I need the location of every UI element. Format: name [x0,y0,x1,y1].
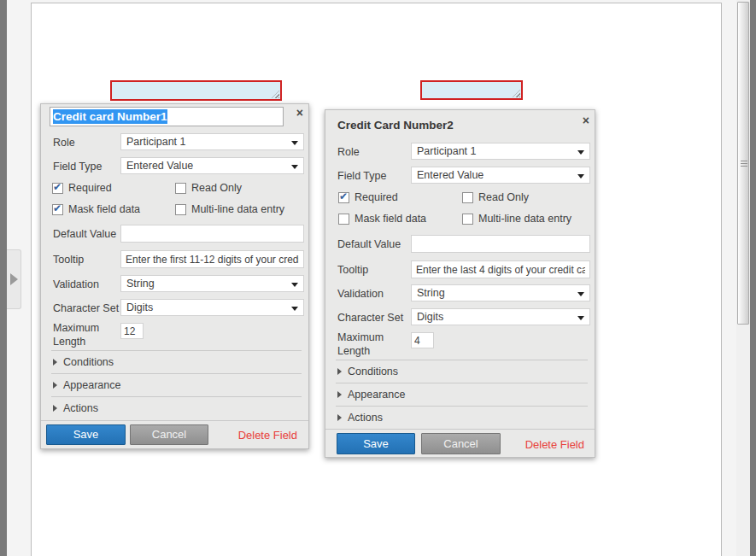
appearance-section-header[interactable]: Appearance [336,383,588,406]
role-dropdown[interactable]: Participant 1 [120,133,304,150]
character-set-value: Digits [417,311,443,323]
expand-arrow-icon [337,368,342,375]
credit-card-number2-field[interactable] [420,80,523,100]
actions-section-header[interactable]: Actions [51,396,302,419]
role-value: Participant 1 [126,136,185,148]
maximum-length-label: Maximum Length [337,331,404,358]
conditions-section-header[interactable]: Conditions [336,360,588,383]
mask-field-data-checkbox-row[interactable]: Mask field data [338,213,426,225]
dialog-footer: Save Cancel Delete Field [325,429,595,459]
character-set-label: Character Set [53,302,119,314]
resize-handle-icon[interactable] [272,91,279,98]
role-label: Role [337,146,360,158]
field-name-title: Credit Card Number2 [337,119,454,132]
default-value-input[interactable] [120,225,304,243]
scrollbar-thumb[interactable] [737,2,749,325]
panel-expand-button[interactable] [7,249,21,309]
window-edge-left [0,0,7,556]
tooltip-input[interactable] [120,250,304,268]
dropdown-caret-icon [577,316,584,320]
read-only-checkbox[interactable] [175,183,186,194]
maximum-length-input[interactable] [120,323,144,339]
resize-handle-icon[interactable] [513,90,520,97]
dropdown-caret-icon [577,150,584,155]
conditions-section-header[interactable]: Conditions [51,350,302,373]
required-checkbox-row[interactable]: Required [52,182,112,194]
appearance-label: Appearance [348,389,405,401]
save-button[interactable]: Save [46,424,126,445]
multi-line-checkbox-row[interactable]: Multi-line data entry [175,203,284,215]
default-value-label: Default Value [53,228,116,240]
multi-line-checkbox[interactable] [175,204,186,215]
field-type-dropdown[interactable]: Entered Value [411,167,590,184]
read-only-checkbox[interactable] [462,192,473,203]
read-only-label: Read Only [478,191,529,203]
validation-value: String [126,278,155,290]
vertical-scrollbar[interactable] [736,0,750,556]
actions-label: Actions [63,402,98,414]
multi-line-label: Multi-line data entry [478,213,571,225]
read-only-checkbox-row[interactable]: Read Only [175,182,242,194]
field-name-selected-text: Credit card Number1 [53,109,167,124]
character-set-dropdown[interactable]: Digits [120,299,304,316]
multi-line-checkbox[interactable] [462,214,473,225]
dropdown-caret-icon [291,283,298,287]
conditions-label: Conditions [63,356,114,368]
chevron-right-icon [10,273,18,285]
actions-label: Actions [348,412,383,424]
multi-line-checkbox-row[interactable]: Multi-line data entry [462,213,571,225]
tooltip-input[interactable] [411,260,590,278]
delete-field-link[interactable]: Delete Field [238,429,297,442]
expand-arrow-icon [337,414,342,421]
expand-arrow-icon [53,382,57,389]
dropdown-caret-icon [577,292,584,296]
required-label: Required [355,191,398,203]
mask-field-data-checkbox[interactable] [52,204,63,215]
credit-card-number1-field[interactable] [110,80,282,101]
appearance-label: Appearance [63,379,120,391]
character-set-label: Character Set [337,312,403,324]
delete-field-link[interactable]: Delete Field [525,438,584,451]
tooltip-label: Tooltip [337,264,368,276]
cancel-button[interactable]: Cancel [130,424,208,445]
window-edge-right [750,0,756,556]
cancel-button[interactable]: Cancel [421,433,501,454]
read-only-checkbox-row[interactable]: Read Only [462,191,529,203]
field-type-value: Entered Value [417,169,483,181]
read-only-label: Read Only [191,182,242,194]
maximum-length-label: Maximum Length [53,321,120,348]
dropdown-caret-icon [291,141,298,145]
character-set-value: Digits [126,301,153,313]
validation-dropdown[interactable]: String [120,275,304,292]
dropdown-caret-icon [291,165,298,169]
save-button[interactable]: Save [337,433,415,454]
mask-field-data-label: Mask field data [68,203,140,215]
default-value-input[interactable] [411,235,590,253]
expand-arrow-icon [337,391,342,398]
scrollbar-grip-icon [741,161,747,167]
field-name-input[interactable]: Credit card Number1 [50,107,284,126]
close-icon[interactable]: × [296,105,303,120]
validation-label: Validation [53,278,99,290]
character-set-dropdown[interactable]: Digits [411,308,590,325]
field-properties-dialog-2: Credit Card Number2 × Role Participant 1… [325,109,595,458]
mask-field-data-checkbox[interactable] [338,214,349,225]
required-checkbox-row[interactable]: Required [338,191,398,203]
validation-value: String [417,287,445,299]
field-type-dropdown[interactable]: Entered Value [120,157,304,174]
role-dropdown[interactable]: Participant 1 [411,143,590,160]
expand-arrow-icon [53,405,57,412]
field-type-label: Field Type [337,170,386,182]
maximum-length-input[interactable] [411,332,434,348]
required-checkbox[interactable] [338,192,349,203]
expand-arrow-icon [53,359,57,366]
default-value-label: Default Value [337,238,401,250]
mask-field-data-checkbox-row[interactable]: Mask field data [52,203,140,215]
close-icon[interactable]: × [583,113,589,128]
appearance-section-header[interactable]: Appearance [51,373,302,396]
validation-dropdown[interactable]: String [411,284,590,301]
required-checkbox[interactable] [52,183,63,194]
actions-section-header[interactable]: Actions [336,406,588,429]
role-label: Role [53,137,75,149]
dropdown-caret-icon [577,174,584,179]
